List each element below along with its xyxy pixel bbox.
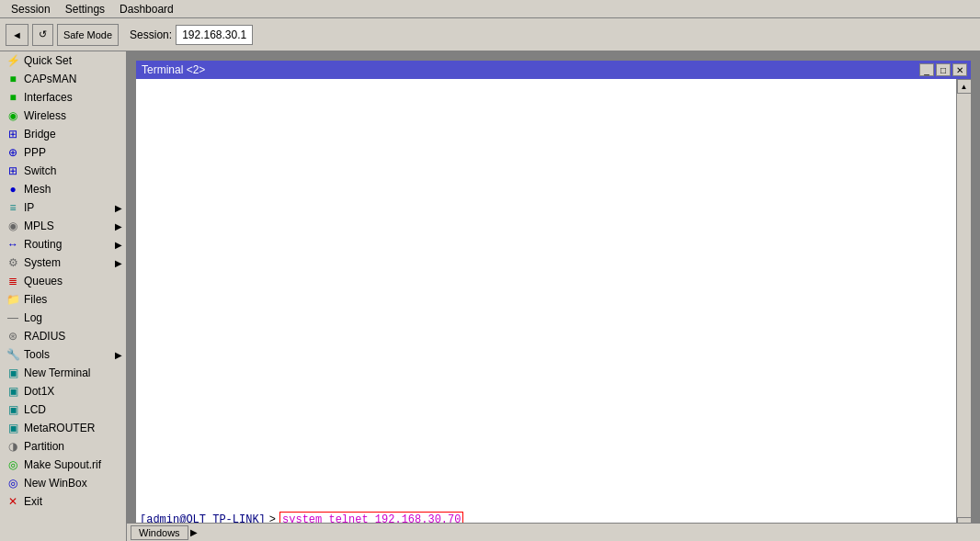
sidebar-label-routing: Routing [24,238,62,251]
sidebar-item-radius[interactable]: ⊛RADIUS [0,327,126,345]
toolbar: ◄ ↺ Safe Mode Session: 192.168.30.1 [0,18,980,51]
system-icon: ⚙ [6,255,20,270]
sidebar-item-dot1x[interactable]: ▣Dot1X [0,382,126,400]
sidebar-label-lcd: LCD [24,403,46,416]
menu-settings[interactable]: Settings [58,1,112,17]
sidebar-label-new-winbox: New WinBox [24,477,87,490]
lcd-icon: ▣ [6,402,20,417]
mpls-arrow-icon: ▶ [115,221,122,231]
meta-router-icon: ▣ [6,421,20,435]
sidebar-label-make-supout: Make Supout.rif [24,458,101,471]
sidebar: ⚡Quick Set■CAPsMAN■Interfaces◉Wireless⊞B… [0,51,127,541]
sidebar-item-meta-router[interactable]: ▣MetaROUTER [0,419,126,437]
interfaces-icon: ■ [6,90,20,105]
sidebar-label-meta-router: MetaROUTER [24,422,95,434]
menu-dashboard[interactable]: Dashboard [112,1,181,17]
terminal-minimize-button[interactable]: _ [919,63,934,76]
scroll-up-arrow[interactable]: ▲ [957,79,972,94]
terminal-scrollbar[interactable]: ▲ ▼ [956,79,971,532]
queues-icon: ≣ [6,274,20,288]
switch-icon: ⊞ [6,163,20,178]
sidebar-item-tools[interactable]: 🔧Tools▶ [0,345,126,364]
content-area: Terminal <2> _ □ ✕ ▲ ▼ [admin@OLT TP-L [127,51,980,541]
routing-icon: ↔ [6,237,20,252]
sidebar-item-make-supout[interactable]: ◎Make Supout.rif [0,456,126,474]
sidebar-item-interfaces[interactable]: ■Interfaces [0,88,126,107]
sidebar-item-queues[interactable]: ≣Queues [0,272,126,290]
terminal-title: Terminal <2> [140,63,205,76]
bottom-bar: Windows ▶ [127,523,980,541]
ip-arrow-icon: ▶ [115,203,122,213]
capsman-icon: ■ [6,72,20,86]
sidebar-label-switch: Switch [24,164,56,177]
log-icon: — [6,310,20,325]
windows-taskbar-item[interactable]: Windows [131,525,188,540]
main-layout: ⚡Quick Set■CAPsMAN■Interfaces◉Wireless⊞B… [0,51,980,541]
sidebar-item-switch[interactable]: ⊞Switch [0,162,126,180]
sidebar-item-exit[interactable]: ✕Exit [0,492,126,511]
sidebar-label-mesh: Mesh [24,183,51,196]
mesh-icon: ● [6,182,20,197]
sidebar-item-wireless[interactable]: ◉Wireless [0,107,126,125]
ip-icon: ≡ [6,200,20,215]
terminal-close-button[interactable]: ✕ [952,63,967,76]
terminal-body: ▲ ▼ [admin@OLT TP-LINK] > system telnet … [136,79,971,532]
sidebar-label-capsman: CAPsMAN [24,73,76,85]
ppp-icon: ⊕ [6,145,20,160]
sidebar-label-radius: RADIUS [24,330,65,343]
menu-session[interactable]: Session [4,1,58,17]
dot1x-icon: ▣ [6,384,20,399]
sidebar-item-mpls[interactable]: ◉MPLS▶ [0,217,126,235]
sidebar-item-mesh[interactable]: ●Mesh [0,180,126,198]
new-winbox-icon: ◎ [6,476,20,490]
sidebar-item-new-winbox[interactable]: ◎New WinBox [0,474,126,492]
sidebar-label-tools: Tools [24,348,50,361]
terminal-maximize-button[interactable]: □ [936,63,951,76]
sidebar-label-queues: Queues [24,275,63,287]
menu-bar: Session Settings Dashboard [0,0,980,18]
sidebar-item-files[interactable]: 📁Files [0,290,126,309]
windows-arrow-icon: ▶ [190,527,198,537]
sidebar-label-wireless: Wireless [24,109,66,122]
sidebar-label-quick-set: Quick Set [24,54,72,67]
back-button[interactable]: ◄ [6,24,28,46]
sidebar-item-new-terminal[interactable]: ▣New Terminal [0,364,126,382]
sidebar-item-log[interactable]: —Log [0,309,126,327]
sidebar-label-dot1x: Dot1X [24,385,54,398]
sidebar-label-log: Log [24,311,42,324]
sidebar-item-ip[interactable]: ≡IP▶ [0,198,126,217]
sidebar-label-partition: Partition [24,440,64,453]
sidebar-label-interfaces: Interfaces [24,91,73,104]
sidebar-label-ip: IP [24,201,34,214]
sidebar-item-quick-set[interactable]: ⚡Quick Set [0,51,126,70]
session-label: Session: [130,28,172,41]
sidebar-item-partition[interactable]: ◑Partition [0,437,126,456]
make-supout-icon: ◎ [6,457,20,472]
sidebar-label-ppp: PPP [24,146,46,159]
sidebar-item-capsman[interactable]: ■CAPsMAN [0,70,126,88]
sidebar-label-files: Files [24,293,47,306]
mpls-icon: ◉ [6,219,20,233]
terminal-window: Terminal <2> _ □ ✕ ▲ ▼ [admin@OLT TP-L [134,59,973,534]
wireless-icon: ◉ [6,108,20,123]
quick-set-icon: ⚡ [6,53,20,68]
safe-mode-button[interactable]: Safe Mode [57,24,119,46]
new-terminal-icon: ▣ [6,366,20,380]
session-ip: 192.168.30.1 [176,25,253,45]
sidebar-label-bridge: Bridge [24,128,56,141]
bridge-icon: ⊞ [6,127,20,141]
radius-icon: ⊛ [6,329,20,344]
terminal-controls: _ □ ✕ [919,63,967,76]
refresh-button[interactable]: ↺ [32,24,53,46]
sidebar-item-routing[interactable]: ↔Routing▶ [0,235,126,254]
sidebar-item-lcd[interactable]: ▣LCD [0,400,126,419]
system-arrow-icon: ▶ [115,258,122,268]
sidebar-label-system: System [24,256,61,269]
exit-icon: ✕ [6,494,20,509]
sidebar-label-new-terminal: New Terminal [24,366,90,379]
sidebar-item-bridge[interactable]: ⊞Bridge [0,125,126,143]
sidebar-item-system[interactable]: ⚙System▶ [0,254,126,272]
tools-icon: 🔧 [6,347,20,362]
routing-arrow-icon: ▶ [115,240,122,250]
sidebar-item-ppp[interactable]: ⊕PPP [0,143,126,162]
